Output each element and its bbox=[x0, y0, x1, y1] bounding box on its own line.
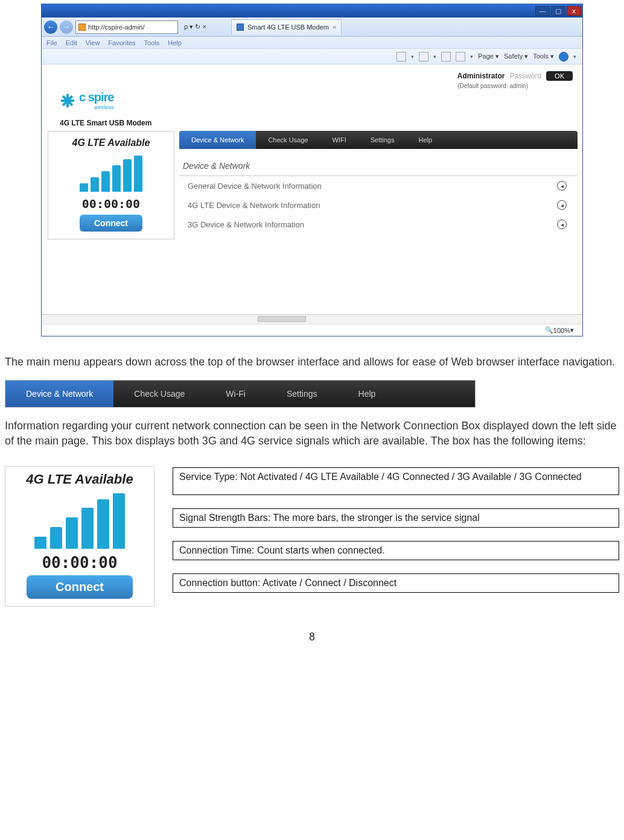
nav-tabs-figure: Device & Network Check Usage Wi-Fi Setti… bbox=[5, 380, 476, 408]
list-item[interactable]: General Device & Network Information ◂ bbox=[179, 176, 578, 195]
window-titlebar: — ▢ x bbox=[42, 4, 582, 17]
maximize-button[interactable]: ▢ bbox=[551, 6, 565, 16]
url-text: http://cspire-admin/ bbox=[88, 24, 145, 31]
fig-tab-check-usage: Check Usage bbox=[113, 381, 205, 407]
title-right-icons: ⌂ ★ ✿ bbox=[549, 22, 580, 31]
brand-row: c spire wireless bbox=[42, 89, 582, 113]
menu-edit[interactable]: Edit bbox=[66, 39, 77, 46]
list-item-label: General Device & Network Information bbox=[188, 182, 322, 191]
connection-status-title: 4G LTE Available bbox=[72, 137, 150, 148]
list-item[interactable]: 4G LTE Device & Network Information ◂ bbox=[179, 195, 578, 215]
page-number: 8 bbox=[4, 631, 620, 643]
connection-timer-large: 00:00:00 bbox=[42, 554, 117, 572]
tab-check-usage[interactable]: Check Usage bbox=[256, 131, 320, 149]
toolbar-safety[interactable]: Safety ▾ bbox=[504, 52, 528, 60]
back-button[interactable]: ← bbox=[44, 21, 57, 34]
menubar: File Edit View Favorites Tools Help bbox=[42, 37, 582, 49]
main-nav-tabs: Device & Network Check Usage WIFI Settin… bbox=[179, 131, 578, 149]
menu-favorites[interactable]: Favorites bbox=[108, 39, 135, 46]
fig-tab-settings: Settings bbox=[266, 381, 338, 407]
tab-device-network[interactable]: Device & Network bbox=[179, 131, 256, 149]
close-window-button[interactable]: x bbox=[567, 6, 581, 16]
expand-icon[interactable]: ◂ bbox=[557, 200, 567, 210]
command-bar: ▾ ▾ ▾ Page ▾ Safety ▾ Tools ▾ ▾ bbox=[42, 49, 582, 65]
tab-favicon bbox=[237, 24, 244, 31]
admin-ok-button[interactable]: OK bbox=[546, 71, 573, 81]
page-content: Administrator Password OK (Default passw… bbox=[42, 65, 582, 336]
list-item-label: 4G LTE Device & Network Information bbox=[188, 201, 320, 210]
admin-hint: (Default password: admin) bbox=[42, 83, 582, 89]
connection-box: 4G LTE Available 00:00:00 Connect bbox=[48, 131, 174, 239]
fig-tab-device-network: Device & Network bbox=[5, 381, 113, 407]
list-item[interactable]: 3G Device & Network Information ◂ bbox=[179, 215, 578, 234]
home-icon[interactable]: ⌂ bbox=[549, 22, 554, 31]
menu-tools[interactable]: Tools bbox=[144, 39, 160, 46]
callouts-column: Service Type: Not Activated / 4G LTE Ava… bbox=[173, 466, 619, 593]
settings-icon[interactable]: ✿ bbox=[573, 22, 580, 31]
connection-box-large: 4G LTE Available 00:00:00 Connect bbox=[5, 466, 154, 607]
menu-file[interactable]: File bbox=[46, 39, 57, 46]
mail-tool-icon[interactable] bbox=[441, 52, 451, 62]
callout-signal-bars: Signal Strength Bars: The more bars, the… bbox=[173, 508, 619, 528]
brand-name: c spire bbox=[79, 90, 113, 104]
expand-icon[interactable]: ◂ bbox=[557, 219, 567, 229]
section-list: General Device & Network Information ◂ 4… bbox=[179, 175, 578, 234]
admin-label: Administrator bbox=[457, 72, 505, 80]
callout-layout: 4G LTE Available 00:00:00 Connect Servic… bbox=[5, 466, 619, 607]
tab-close-icon[interactable]: × bbox=[333, 24, 336, 31]
brand-sub: wireless bbox=[79, 104, 113, 110]
expand-icon[interactable]: ◂ bbox=[557, 181, 567, 191]
home-tool-icon[interactable] bbox=[396, 52, 406, 62]
body-paragraph: The main menu appears down across the to… bbox=[5, 355, 619, 369]
toolbar-tools[interactable]: Tools ▾ bbox=[533, 52, 554, 60]
browser-window: — ▢ x ← → http://cspire-admin/ ρ ▾ ↻ × S… bbox=[41, 4, 583, 336]
tab-help[interactable]: Help bbox=[406, 131, 444, 149]
fig-tab-help: Help bbox=[338, 381, 396, 407]
browser-tab[interactable]: Smart 4G LTE USB Modem × bbox=[231, 19, 342, 35]
connect-button-large[interactable]: Connect bbox=[27, 575, 133, 599]
tab-title: Smart 4G LTE USB Modem bbox=[247, 24, 329, 31]
zoom-footer[interactable]: 🔍 100% ▾ bbox=[42, 324, 582, 336]
admin-password-placeholder[interactable]: Password bbox=[509, 72, 541, 80]
help-tool-icon[interactable] bbox=[559, 52, 568, 62]
body-paragraph: Information regarding your current netwo… bbox=[5, 418, 619, 448]
signal-bars bbox=[80, 156, 142, 192]
admin-login-row: Administrator Password OK bbox=[42, 65, 582, 83]
connect-button[interactable]: Connect bbox=[80, 215, 142, 232]
toolbar-page[interactable]: Page ▾ bbox=[478, 52, 499, 60]
site-icon bbox=[78, 24, 86, 31]
menu-view[interactable]: View bbox=[86, 39, 100, 46]
callout-connection-button: Connection button: Activate / Connect / … bbox=[173, 573, 619, 593]
tab-settings[interactable]: Settings bbox=[358, 131, 407, 149]
print-tool-icon[interactable] bbox=[456, 52, 465, 62]
callout-service-type: Service Type: Not Activated / 4G LTE Ava… bbox=[173, 467, 619, 495]
minimize-button[interactable]: — bbox=[535, 6, 550, 16]
list-item-label: 3G Device & Network Information bbox=[188, 220, 304, 229]
connection-timer: 00:00:00 bbox=[82, 197, 140, 211]
fig-tab-wifi: Wi-Fi bbox=[205, 381, 266, 407]
search-controls[interactable]: ρ ▾ ↻ × bbox=[180, 21, 229, 34]
horizontal-scrollbar[interactable] bbox=[42, 314, 582, 324]
modem-title: 4G LTE Smart USB Modem bbox=[42, 113, 582, 131]
tab-wifi[interactable]: WIFI bbox=[320, 131, 358, 149]
favorites-icon[interactable]: ★ bbox=[560, 22, 567, 31]
section-title: Device & Network bbox=[179, 149, 578, 175]
forward-button[interactable]: → bbox=[60, 21, 73, 34]
brand-starburst-icon bbox=[60, 93, 75, 109]
signal-bars-large bbox=[34, 494, 125, 549]
brand-logo: c spire wireless bbox=[60, 90, 113, 110]
connection-status-title-large: 4G LTE Available bbox=[26, 472, 133, 487]
menu-help[interactable]: Help bbox=[168, 39, 182, 46]
callout-connection-time: Connection Time: Count starts when conne… bbox=[173, 541, 619, 560]
feeds-tool-icon[interactable] bbox=[419, 52, 428, 62]
address-bar-row: ← → http://cspire-admin/ ρ ▾ ↻ × Smart 4… bbox=[42, 17, 582, 37]
url-field[interactable]: http://cspire-admin/ bbox=[75, 21, 178, 34]
